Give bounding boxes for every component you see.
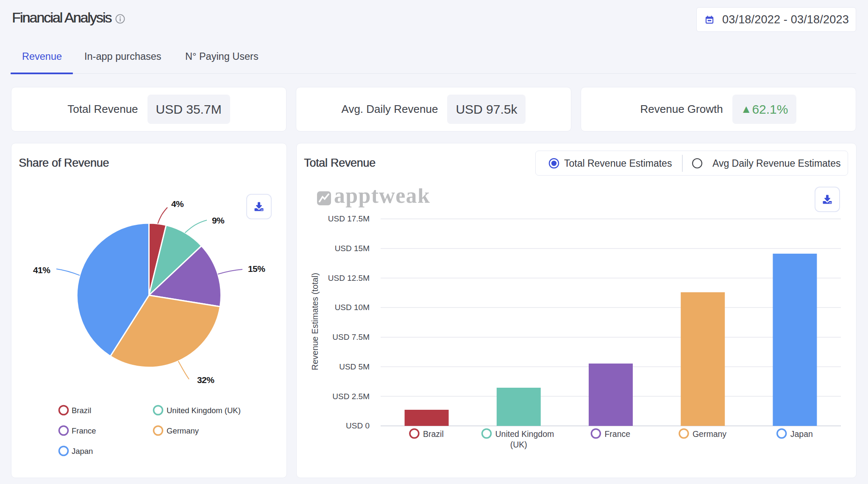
svg-text:USD 10M: USD 10M [335,303,370,312]
svg-text:USD 17.5M: USD 17.5M [328,214,370,223]
svg-text:Japan: Japan [790,429,813,439]
svg-text:9%: 9% [212,215,225,225]
svg-text:(UK): (UK) [510,440,527,449]
svg-text:32%: 32% [197,375,214,385]
svg-text:apptweak: apptweak [334,188,430,207]
svg-text:Revenue Estimates (total): Revenue Estimates (total) [310,273,320,370]
svg-text:USD 5M: USD 5M [339,362,370,371]
svg-text:France: France [72,426,96,435]
svg-text:Brazil: Brazil [423,429,444,439]
svg-text:United Kingdom (UK): United Kingdom (UK) [167,406,241,415]
svg-text:Germany: Germany [167,426,199,435]
svg-text:USD 15M: USD 15M [335,244,370,253]
svg-text:Germany: Germany [693,429,726,439]
svg-text:USD 0: USD 0 [346,421,370,430]
svg-text:Japan: Japan [72,447,93,456]
svg-text:USD 2.5M: USD 2.5M [332,392,370,401]
svg-text:France: France [604,429,630,439]
svg-text:USD 7.5M: USD 7.5M [332,333,370,341]
svg-text:4%: 4% [171,199,184,209]
svg-text:15%: 15% [248,264,265,274]
svg-text:USD 12.5M: USD 12.5M [328,274,370,283]
svg-text:Brazil: Brazil [72,406,91,415]
svg-text:United Kingdom: United Kingdom [495,429,554,439]
svg-text:41%: 41% [33,265,50,275]
